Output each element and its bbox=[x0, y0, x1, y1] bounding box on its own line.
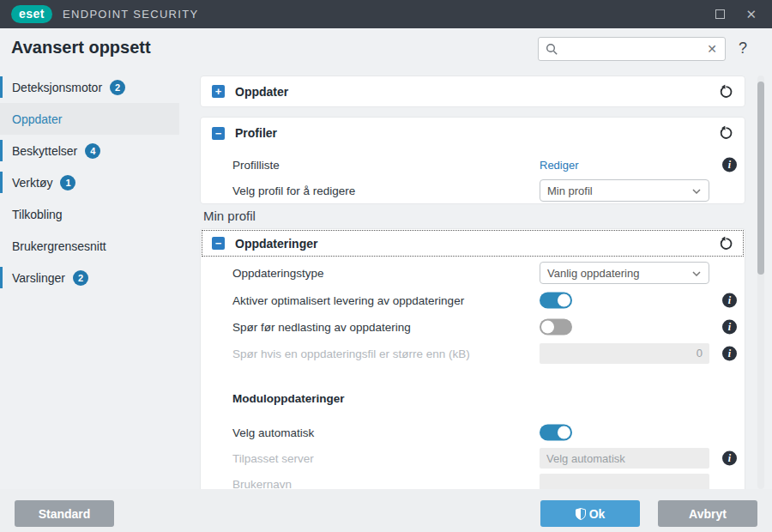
section-title: Profiler bbox=[235, 126, 277, 140]
undo-icon bbox=[719, 126, 733, 141]
card-oppdater: + Oppdater bbox=[200, 76, 745, 107]
tilpasset-server-input bbox=[540, 448, 709, 469]
toggle-knob bbox=[558, 426, 570, 439]
spor-hvis-input bbox=[540, 343, 709, 364]
profilliste-label: Profilliste bbox=[232, 159, 280, 172]
search-input[interactable] bbox=[564, 43, 707, 56]
sidebar-item-label: Varslinger bbox=[12, 271, 65, 285]
toggle-knob bbox=[558, 293, 570, 306]
close-icon[interactable]: ✕ bbox=[745, 8, 757, 21]
card-profiler: − Profiler Profilliste Rediger i Velg pr… bbox=[200, 117, 745, 204]
modul-subheading: Moduloppdateringer bbox=[232, 392, 345, 405]
card-oppdateringer: − Oppdateringer Oppdateringstype Vanlig … bbox=[200, 228, 745, 489]
velg-automatisk-row: Velg automatisk bbox=[201, 420, 745, 445]
sidebar-item-deteksjonsmotor[interactable]: Deteksjonsmotor 2 bbox=[0, 71, 193, 103]
section-title: Oppdater bbox=[235, 85, 288, 99]
button-label: Avbryt bbox=[689, 507, 727, 521]
attention-accent-bar bbox=[0, 267, 3, 288]
collapse-icon[interactable]: − bbox=[212, 237, 225, 250]
revert-default-button[interactable] bbox=[719, 84, 733, 99]
status-badge: 1 bbox=[60, 175, 75, 190]
undo-icon bbox=[719, 236, 733, 251]
vertical-scrollbar[interactable] bbox=[757, 76, 764, 489]
sidebar-item-varslinger[interactable]: Varslinger 2 bbox=[0, 262, 193, 293]
dropdown-value: Min profil bbox=[547, 184, 593, 197]
product-name: ENDPOINT SECURITY bbox=[63, 8, 198, 21]
sidebar: Deteksjonsmotor 2 Oppdater Beskyttelser … bbox=[0, 71, 193, 293]
clear-search-icon[interactable]: ✕ bbox=[707, 42, 717, 56]
revert-default-button[interactable] bbox=[719, 126, 733, 141]
search-box[interactable]: ✕ bbox=[538, 37, 726, 61]
button-label: Ok bbox=[589, 507, 606, 521]
spor-for-label: Spør før nedlasting av oppdatering bbox=[232, 320, 411, 333]
profile-section-label: Min profil bbox=[203, 209, 256, 223]
sidebar-item-verktoy[interactable]: Verktøy 1 bbox=[0, 166, 193, 198]
optimalisert-row: Aktiver optimalisert levering av oppdate… bbox=[201, 287, 745, 313]
sidebar-item-brukergrensesnitt[interactable]: Brukergrensesnitt bbox=[0, 230, 193, 262]
tilpasset-server-row: Tilpasset server i bbox=[201, 445, 745, 471]
profilliste-row: Profilliste Rediger i bbox=[201, 152, 745, 178]
attention-accent-bar bbox=[0, 140, 3, 161]
sidebar-item-label: Beskyttelser bbox=[12, 144, 77, 158]
collapse-icon[interactable]: − bbox=[212, 127, 225, 140]
velg-profil-row: Velg profil for å redigere Min profil bbox=[201, 178, 745, 203]
sidebar-item-beskyttelser[interactable]: Beskyttelser 4 bbox=[0, 135, 193, 166]
standard-button[interactable]: Standard bbox=[15, 500, 114, 527]
titlebar: eset ENDPOINT SECURITY ✕ bbox=[0, 0, 772, 28]
oppdateringer-section-header[interactable]: − Oppdateringer bbox=[201, 229, 745, 257]
modul-subheading-row: Moduloppdateringer bbox=[201, 392, 745, 409]
window-controls: ✕ bbox=[715, 8, 757, 21]
status-badge: 4 bbox=[85, 143, 100, 159]
section-title: Oppdateringer bbox=[235, 237, 317, 251]
info-icon[interactable]: i bbox=[722, 158, 737, 172]
button-label: Standard bbox=[39, 507, 91, 521]
search-icon bbox=[546, 43, 558, 56]
brand-text: eset bbox=[19, 7, 45, 21]
spor-hvis-label: Spør hvis en oppdateringsfil er større e… bbox=[232, 347, 470, 360]
dropdown-value: Vanlig oppdatering bbox=[547, 267, 639, 280]
chevron-down-icon bbox=[692, 189, 701, 194]
brukernavn-label: Brukernavn bbox=[232, 478, 292, 490]
toggle-knob bbox=[541, 320, 554, 333]
status-badge: 2 bbox=[110, 80, 125, 95]
info-icon[interactable]: i bbox=[722, 346, 737, 360]
maximize-icon[interactable] bbox=[715, 9, 725, 19]
spor-for-row: Spør før nedlasting av oppdatering i bbox=[201, 313, 745, 340]
sidebar-item-label: Verktøy bbox=[12, 176, 52, 190]
spor-for-toggle[interactable] bbox=[540, 318, 572, 335]
footer-bar: Standard Ok Avbryt bbox=[0, 489, 772, 532]
attention-accent-bar bbox=[0, 76, 3, 98]
oppdateringstype-label: Oppdateringstype bbox=[232, 267, 324, 280]
brukernavn-input bbox=[540, 474, 709, 489]
spor-hvis-row: Spør hvis en oppdateringsfil er større e… bbox=[201, 340, 745, 366]
profil-dropdown[interactable]: Min profil bbox=[540, 179, 709, 202]
help-icon[interactable]: ? bbox=[739, 39, 747, 57]
revert-default-button[interactable] bbox=[719, 236, 733, 251]
ok-button[interactable]: Ok bbox=[540, 500, 640, 527]
profiler-section-header[interactable]: − Profiler bbox=[201, 118, 745, 148]
undo-icon bbox=[719, 84, 733, 99]
expand-icon[interactable]: + bbox=[212, 85, 225, 98]
avbryt-button[interactable]: Avbryt bbox=[658, 500, 757, 527]
info-icon[interactable]: i bbox=[722, 451, 737, 466]
sidebar-item-label: Tilkobling bbox=[12, 208, 63, 221]
velg-automatisk-toggle[interactable] bbox=[540, 425, 572, 441]
status-badge: 2 bbox=[73, 270, 88, 286]
sidebar-item-label: Deteksjonsmotor bbox=[12, 81, 102, 94]
rediger-link[interactable]: Rediger bbox=[540, 159, 579, 172]
eset-logo: eset bbox=[11, 5, 52, 23]
velg-automatisk-label: Velg automatisk bbox=[232, 426, 314, 439]
optimalisert-toggle[interactable] bbox=[540, 292, 572, 308]
oppdateringstype-row: Oppdateringstype Vanlig oppdatering bbox=[201, 259, 745, 287]
optimalisert-label: Aktiver optimalisert levering av oppdate… bbox=[232, 293, 464, 306]
sidebar-item-label: Oppdater bbox=[12, 112, 62, 126]
scrollbar-thumb[interactable] bbox=[757, 82, 764, 275]
info-icon[interactable]: i bbox=[722, 293, 737, 307]
page-title: Avansert oppsett bbox=[11, 38, 151, 57]
oppdateringstype-dropdown[interactable]: Vanlig oppdatering bbox=[540, 262, 709, 284]
info-icon[interactable]: i bbox=[722, 319, 737, 334]
tilpasset-server-label: Tilpasset server bbox=[232, 452, 314, 465]
oppdater-section-header[interactable]: + Oppdater bbox=[201, 76, 745, 106]
sidebar-item-oppdater[interactable]: Oppdater bbox=[0, 103, 179, 135]
sidebar-item-tilkobling[interactable]: Tilkobling bbox=[0, 198, 193, 230]
